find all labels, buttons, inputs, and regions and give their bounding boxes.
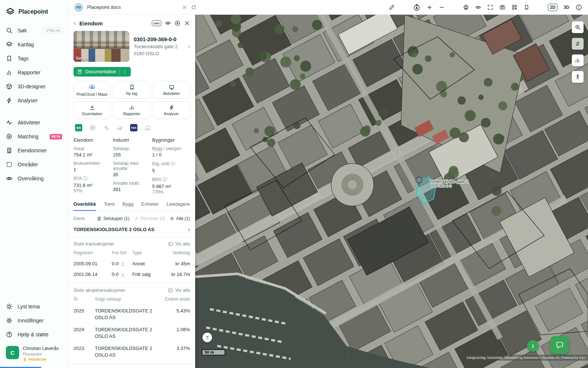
property-detail-chevron[interactable]: ›	[188, 43, 190, 50]
sidebar-item-eiendommer[interactable]: Eiendommer	[0, 144, 68, 158]
download-icon[interactable]	[121, 272, 125, 277]
table-row[interactable]: 2024 TORDENSKIOLDSGATE 2 OSLO AS 1.06%	[74, 323, 190, 342]
transactions-view-all[interactable]: Vis alle	[168, 241, 190, 247]
sidebar-item-overvaking[interactable]: Overvåking	[0, 171, 68, 185]
stats-steps-icon[interactable]	[116, 124, 123, 131]
sidebar-item-tags[interactable]: Tags	[0, 52, 68, 66]
sidebar-item-label: Rapporter	[18, 70, 62, 75]
map-streetview-tool[interactable]	[572, 71, 584, 83]
map-compare-tool[interactable]	[572, 38, 584, 50]
panel-layout-icon	[168, 241, 173, 247]
sidebar-item-kartlag[interactable]: Kartlag	[0, 38, 68, 52]
user-profile[interactable]: C Christian Løverås Placepoint PREMIUM	[0, 342, 68, 368]
map-help-button[interactable]: ?	[202, 333, 212, 342]
tab-bygg[interactable]: Bygg	[122, 201, 134, 211]
table-row[interactable]: 2025 TORDENSKIOLDSGATE 2 OSLO AS 5.43%	[74, 305, 190, 323]
aerial-map[interactable]: Tordenskiolds gate 2 209-369-0-0	[195, 15, 588, 368]
sidebar-item-rapporter[interactable]: Rapporter	[0, 66, 68, 79]
print-icon[interactable]	[463, 4, 469, 10]
bar-chart-icon	[575, 57, 581, 63]
tab-overblikk[interactable]: Overblikk	[74, 201, 96, 211]
info-icon[interactable]	[576, 4, 582, 11]
fullscreen-icon[interactable]	[487, 4, 493, 10]
map-info-button[interactable]: i	[527, 340, 539, 352]
sidebar-item-innstillinger[interactable]: Innstillinger	[0, 314, 68, 328]
property-address: Tordenskiolds gate 2	[134, 44, 183, 49]
back-button[interactable]: ‹	[74, 20, 76, 26]
tab-enheter[interactable]: Enheter	[141, 201, 159, 211]
download-icon[interactable]	[121, 262, 125, 266]
street-view-photo[interactable]: Google	[74, 31, 129, 62]
refresh-icon[interactable]	[191, 5, 196, 10]
search-result-badge: PD	[74, 3, 83, 12]
owner-name: TORDENSKIOLDSGATE 2 OSLO AS	[74, 227, 154, 232]
sidebar-item-3d-designer[interactable]: 3D-designer	[0, 79, 68, 93]
qr-code-icon[interactable]	[512, 4, 517, 10]
map-search-tool[interactable]	[572, 21, 584, 33]
owner-row[interactable]: TORDENSKIOLDSGATE 2 OSLO AS ›	[68, 223, 195, 237]
filter-all[interactable]: Alle (1)	[170, 216, 190, 221]
tab-tomt[interactable]: Tomt	[104, 201, 115, 211]
visibility-icon[interactable]	[165, 20, 171, 26]
close-panel-icon[interactable]	[184, 20, 190, 26]
sidebar-item-lyst-tema[interactable]: Lyst tema	[0, 300, 68, 314]
visibility-icon[interactable]	[475, 4, 481, 10]
tab-leietagere[interactable]: Leietagere	[166, 201, 190, 211]
sidebar-item-analyser[interactable]: Analyser	[0, 93, 68, 107]
activity-icon	[6, 119, 12, 126]
sidebar-item-aktiviteter[interactable]: Aktiviteter	[0, 116, 68, 130]
ax-share: 3.37%	[164, 345, 190, 352]
table-row[interactable]: 2005.09.01 0-0 Annet kr 45m	[74, 258, 190, 269]
company-icon	[97, 216, 101, 221]
ink-pen-icon[interactable]	[389, 4, 395, 10]
sidebar-item-sok[interactable]: Søk CTRL+G	[0, 24, 68, 38]
zap-icon	[169, 105, 175, 110]
screenshot-icon[interactable]	[499, 4, 505, 10]
support-chat-button[interactable]	[550, 336, 569, 354]
search-map-icon	[575, 24, 581, 30]
search-input[interactable]: Placepoint docs	[87, 4, 178, 10]
documentation-button[interactable]: Documentation ⋮	[74, 67, 131, 77]
building-icon	[6, 147, 12, 154]
bookmark-icon[interactable]	[524, 4, 530, 10]
search-bar[interactable]: PD Placepoint docs	[74, 3, 196, 12]
propcloud-maps-button[interactable]: PropCloud / Maps	[74, 81, 111, 99]
map-container: Tordenskiolds gate 2 209-369-0-0 ? 50 m …	[195, 15, 588, 368]
sparkle-icon[interactable]	[103, 124, 110, 131]
compass-icon[interactable]	[413, 4, 420, 11]
directory-1881-button[interactable]: 1881	[152, 20, 161, 26]
reports-button[interactable]: Rapporter	[113, 101, 150, 119]
clear-search-icon[interactable]	[182, 5, 187, 10]
land-registry-button[interactable]: Grunnbøker	[74, 101, 111, 119]
activities-button[interactable]: Aktiviteter	[153, 81, 190, 99]
eye-icon	[6, 175, 12, 182]
new-tag-button[interactable]: Ny tag	[113, 81, 150, 99]
sidebar-item-hjelp[interactable]: Hjelp & støtte	[0, 328, 68, 342]
analyses-button[interactable]: Analyser	[153, 101, 190, 119]
mode-3d-button[interactable]: 3D	[564, 5, 569, 10]
zoom-out-icon[interactable]	[439, 4, 445, 10]
filter-persons[interactable]: Personer (0)	[134, 216, 165, 221]
house-icon[interactable]	[144, 124, 151, 131]
share-transactions-view-all[interactable]: Vis alle	[168, 288, 190, 293]
dashed-area-icon	[6, 161, 12, 168]
table-row[interactable]: 2023 TORDENSKIOLDSGATE 2 OSLO AS 3.37%	[74, 342, 190, 361]
brand[interactable]: Placepoint	[0, 0, 68, 22]
mode-2d-button[interactable]: 2D	[548, 4, 557, 11]
br-badge[interactable]: BR	[75, 124, 82, 131]
panel-layout-icon	[168, 288, 173, 293]
sidebar-item-matching[interactable]: Matching BETA	[0, 130, 68, 144]
zoom-in-icon[interactable]	[427, 4, 433, 10]
table-row[interactable]: 2001.06.14 0-0 Fritt salg kr 18.7m	[74, 269, 190, 280]
sidebar-item-label: Kartlag	[18, 42, 62, 47]
regulations-header: Reguleringer	[68, 364, 195, 368]
add-circle-icon[interactable]	[175, 20, 180, 26]
documentation-menu-icon[interactable]: ⋮	[119, 70, 127, 74]
sidebar-item-omrader[interactable]: Områder	[0, 158, 68, 171]
map-stats-tool[interactable]	[572, 54, 584, 66]
bar-chart-icon	[129, 105, 135, 110]
stat-value: 1 / 0	[152, 152, 190, 158]
filter-companies[interactable]: Selskaper (1)	[97, 216, 129, 221]
globe-icon[interactable]	[89, 124, 96, 131]
tek-badge[interactable]: TEK	[130, 124, 137, 131]
